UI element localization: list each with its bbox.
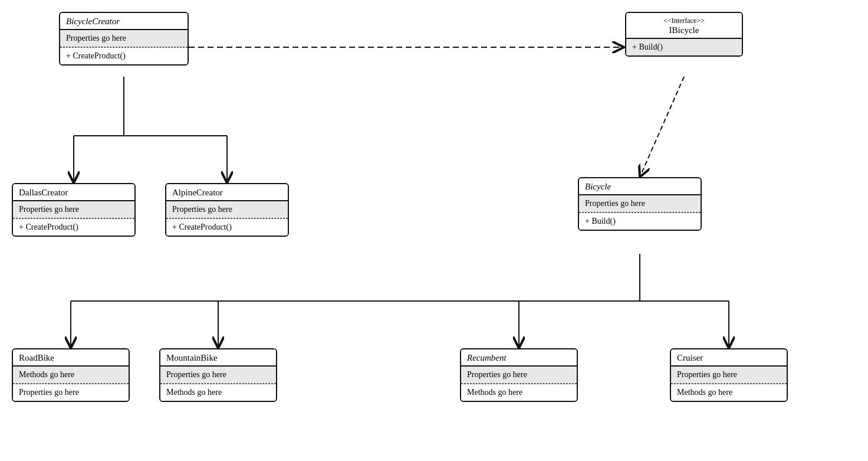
alpine-creator-methods: + CreateProduct()	[166, 218, 288, 236]
cruiser-title: Cruiser	[671, 349, 787, 367]
svg-line-6	[640, 77, 684, 177]
cruiser-props: Properties go here	[671, 367, 787, 384]
bicycle-creator-box: BicycleCreator Properties go here + Crea…	[59, 12, 189, 66]
ibicycle-title: <<Interface>> IBicycle	[626, 13, 742, 39]
recumbent-title: Recumbent	[461, 349, 577, 367]
alpine-creator-title: AlpineCreator	[166, 184, 288, 201]
mountain-bike-box: MountainBike Properties go here Methods …	[159, 348, 277, 402]
ibicycle-stereotype: <<Interface>>	[632, 17, 736, 25]
road-bike-box: RoadBike Methods go here Properties go h…	[12, 348, 130, 402]
recumbent-props: Properties go here	[461, 367, 577, 384]
bicycle-title: Bicycle	[579, 178, 701, 195]
bicycle-methods: + Build()	[579, 212, 701, 230]
alpine-creator-box: AlpineCreator Properties go here + Creat…	[165, 183, 289, 237]
recumbent-box: Recumbent Properties go here Methods go …	[460, 348, 578, 402]
dallas-creator-box: DallasCreator Properties go here + Creat…	[12, 183, 136, 237]
road-bike-props: Properties go here	[13, 384, 129, 401]
road-bike-methods: Methods go here	[13, 367, 129, 384]
bicycle-creator-methods: + CreateProduct()	[60, 47, 188, 64]
diagram-container: BicycleCreator Properties go here + Crea…	[0, 0, 868, 461]
bicycle-creator-title: BicycleCreator	[60, 13, 188, 30]
cruiser-methods: Methods go here	[671, 384, 787, 401]
mountain-bike-title: MountainBike	[160, 349, 276, 367]
recumbent-methods: Methods go here	[461, 384, 577, 401]
dallas-creator-title: DallasCreator	[13, 184, 134, 201]
bicycle-creator-props: Properties go here	[60, 30, 188, 47]
bicycle-props: Properties go here	[579, 195, 701, 212]
dallas-creator-props: Properties go here	[13, 201, 134, 218]
cruiser-box: Cruiser Properties go here Methods go he…	[670, 348, 788, 402]
alpine-creator-props: Properties go here	[166, 201, 288, 218]
road-bike-title: RoadBike	[13, 349, 129, 367]
ibicycle-methods: + Build()	[626, 39, 742, 55]
ibicycle-box: <<Interface>> IBicycle + Build()	[625, 12, 743, 57]
bicycle-box: Bicycle Properties go here + Build()	[578, 177, 702, 231]
mountain-bike-props: Properties go here	[160, 367, 276, 384]
dallas-creator-methods: + CreateProduct()	[13, 218, 134, 236]
mountain-bike-methods: Methods go here	[160, 384, 276, 401]
